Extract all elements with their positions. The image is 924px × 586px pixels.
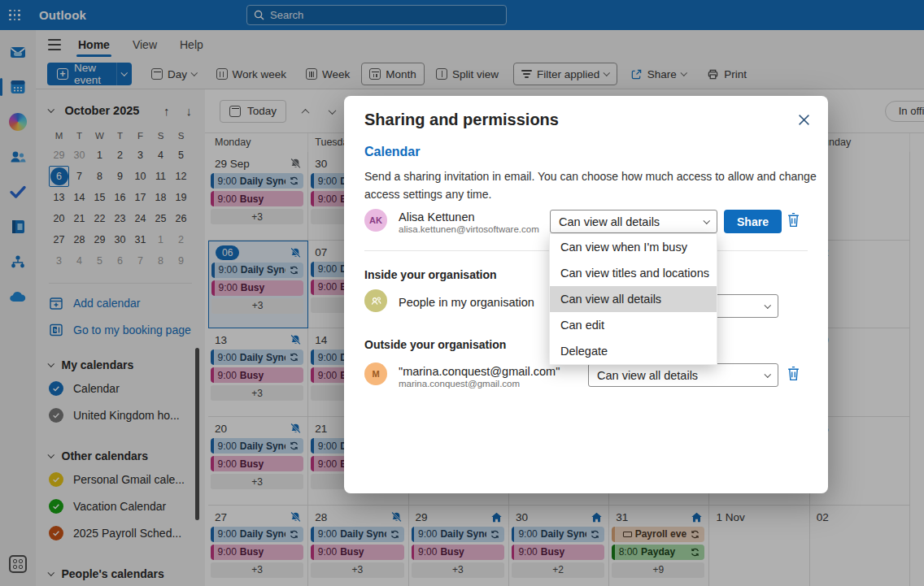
menu-option[interactable]: Can view titles and locations bbox=[550, 260, 717, 286]
mini-calendar-day[interactable]: 27 bbox=[49, 229, 69, 250]
search-input[interactable] bbox=[270, 9, 499, 21]
mini-calendar-day[interactable]: 7 bbox=[69, 166, 89, 187]
more-events-link[interactable]: +2 bbox=[512, 562, 604, 578]
calendar-day-cell[interactable]: 069:00Daily Sync9:00Busy+3 bbox=[208, 241, 308, 329]
calendar-event[interactable]: 9:00Daily Sync bbox=[211, 527, 303, 542]
mini-calendar-day[interactable]: 13 bbox=[49, 187, 69, 208]
mini-calendar-day[interactable]: 2 bbox=[110, 145, 130, 166]
calendar-color-checkbox[interactable] bbox=[49, 381, 63, 396]
mini-calendar-day[interactable]: 20 bbox=[49, 208, 69, 229]
org-chart-icon[interactable] bbox=[5, 251, 31, 272]
calendar-list-item[interactable]: 2025 Payroll Sched... bbox=[49, 519, 205, 546]
calendar-group-header[interactable]: My calendars bbox=[49, 358, 205, 371]
permission-dropdown-person1[interactable]: Can view all details bbox=[550, 210, 717, 233]
more-events-link[interactable]: +3 bbox=[211, 562, 303, 578]
mini-calendar-day[interactable]: 6 bbox=[110, 250, 130, 271]
mini-calendar-day[interactable]: 23 bbox=[110, 208, 130, 229]
mini-calendar-day[interactable]: 24 bbox=[130, 208, 150, 229]
calendar-list-item[interactable]: Vacation Calendar bbox=[49, 493, 205, 519]
calendar-event[interactable]: 9:00Busy bbox=[211, 545, 303, 560]
more-events-link[interactable]: +3 bbox=[412, 562, 504, 578]
calendar-day-cell[interactable]: 289:00Daily Sync9:00Busy+3 bbox=[308, 506, 408, 586]
mini-calendar-day[interactable]: 21 bbox=[69, 208, 89, 229]
calendar-group-header[interactable]: People's calendars bbox=[49, 567, 205, 580]
mini-calendar-day[interactable]: 1 bbox=[150, 229, 171, 250]
calendar-event[interactable]: 9:00Daily Sync bbox=[211, 349, 303, 365]
new-event-dropdown-button[interactable] bbox=[116, 63, 132, 85]
mini-calendar-day[interactable]: 22 bbox=[89, 208, 110, 229]
onedrive-icon[interactable] bbox=[5, 286, 31, 307]
close-icon[interactable] bbox=[793, 109, 814, 130]
calendar-day-cell[interactable]: 1 Nov bbox=[709, 506, 809, 586]
tab-view[interactable]: View bbox=[121, 30, 168, 59]
mini-calendar-day[interactable]: 9 bbox=[171, 250, 191, 271]
calendar-event[interactable]: 9:00Daily Sync bbox=[412, 527, 504, 542]
mini-calendar-prev-button[interactable]: ↑ bbox=[159, 104, 175, 118]
mini-calendar-day[interactable]: 1 bbox=[89, 145, 110, 166]
tab-help[interactable]: Help bbox=[168, 30, 215, 59]
more-events-link[interactable]: +3 bbox=[211, 474, 303, 489]
calendar-color-checkbox[interactable] bbox=[49, 408, 63, 423]
mini-calendar-day[interactable]: 8 bbox=[89, 166, 110, 187]
menu-option[interactable]: Can view all details bbox=[550, 286, 717, 312]
calendar-day-cell[interactable]: 139:00Daily Sync9:00Busy+3 bbox=[208, 328, 308, 417]
calendar-color-checkbox[interactable] bbox=[49, 526, 63, 540]
new-event-split-button[interactable]: New event bbox=[47, 63, 132, 85]
notebook-icon[interactable] bbox=[5, 216, 31, 237]
mini-calendar-day[interactable]: 10 bbox=[130, 166, 150, 187]
calendar-icon[interactable] bbox=[5, 76, 31, 98]
calendar-color-checkbox[interactable] bbox=[49, 472, 63, 487]
next-month-button[interactable] bbox=[325, 102, 340, 120]
calendar-event[interactable]: 9:00Busy bbox=[412, 545, 504, 560]
mini-calendar-day[interactable]: 5 bbox=[89, 250, 110, 271]
mini-calendar-day[interactable]: 29 bbox=[89, 229, 110, 250]
calendar-event[interactable]: 9:00Busy bbox=[311, 545, 403, 560]
today-button[interactable]: Today bbox=[220, 100, 286, 123]
calendar-day-cell[interactable]: 29 Sep9:00Daily Sync9:00Busy+3 bbox=[208, 152, 308, 241]
mini-calendar-day[interactable]: 4 bbox=[69, 250, 89, 271]
mini-calendar-day[interactable]: 4 bbox=[150, 145, 171, 166]
calendar-event[interactable]: 9:00Busy bbox=[211, 280, 303, 296]
mini-calendar-day[interactable]: 2 bbox=[171, 229, 191, 250]
menu-option[interactable]: Can edit bbox=[550, 312, 717, 338]
mini-calendar-day[interactable]: 25 bbox=[150, 208, 171, 229]
calendar-event[interactable]: 9:00Busy bbox=[211, 456, 303, 471]
calendar-day-cell[interactable]: 31Payroll event8:00Payday+9 bbox=[609, 506, 709, 586]
mini-calendar-day[interactable]: 28 bbox=[69, 229, 89, 250]
calendar-list-item[interactable]: United Kingdom ho... bbox=[49, 402, 205, 428]
mini-calendar-day[interactable]: 14 bbox=[69, 187, 89, 208]
calendar-event[interactable]: 9:00Busy bbox=[211, 367, 303, 383]
view-month-button[interactable]: Month bbox=[361, 63, 425, 85]
calendar-day-cell[interactable]: 02 bbox=[810, 506, 910, 586]
menu-option[interactable]: Can view when I'm busy bbox=[550, 234, 717, 260]
share-button[interactable]: Share bbox=[724, 210, 782, 233]
delete-person2-icon[interactable] bbox=[787, 366, 800, 382]
mini-calendar-day[interactable]: 12 bbox=[171, 166, 191, 187]
calendar-event[interactable]: Payroll event bbox=[612, 527, 704, 542]
calendar-day-cell[interactable]: 299:00Daily Sync9:00Busy+3 bbox=[409, 506, 509, 586]
more-events-link[interactable]: +3 bbox=[211, 298, 303, 314]
calendar-list-item[interactable]: Personal Gmail cale... bbox=[49, 466, 205, 493]
calendar-event[interactable]: 9:00Daily Sync bbox=[512, 527, 604, 542]
menu-option[interactable]: Delegate bbox=[550, 338, 717, 364]
calendar-group-header[interactable]: Other calendars bbox=[49, 449, 205, 462]
previous-month-button[interactable] bbox=[298, 102, 313, 120]
mini-calendar-day[interactable]: 26 bbox=[171, 208, 191, 229]
more-apps-icon[interactable] bbox=[5, 553, 31, 575]
more-events-link[interactable]: +3 bbox=[211, 385, 303, 401]
add-calendar-link[interactable]: Add calendar bbox=[49, 296, 205, 310]
mini-calendar-day[interactable]: 3 bbox=[49, 250, 69, 271]
app-launcher-button[interactable] bbox=[0, 0, 29, 30]
calendar-event[interactable]: 9:00Daily Sync bbox=[311, 527, 403, 542]
calendar-event[interactable]: 9:00Busy bbox=[512, 545, 604, 560]
view-split-button[interactable]: Split view bbox=[428, 63, 507, 85]
search-box[interactable] bbox=[246, 5, 507, 25]
mini-calendar-day[interactable]: 15 bbox=[89, 187, 110, 208]
mini-calendar-day[interactable]: 29 bbox=[49, 145, 69, 166]
calendar-event[interactable]: 9:00Daily Sync bbox=[211, 263, 303, 278]
calendar-event[interactable]: 9:00Daily Sync bbox=[211, 438, 303, 454]
mini-calendar-day[interactable]: 7 bbox=[130, 250, 150, 271]
tab-home[interactable]: Home bbox=[67, 30, 121, 59]
more-events-link[interactable]: +3 bbox=[311, 562, 403, 578]
more-events-link[interactable]: +3 bbox=[211, 209, 303, 224]
